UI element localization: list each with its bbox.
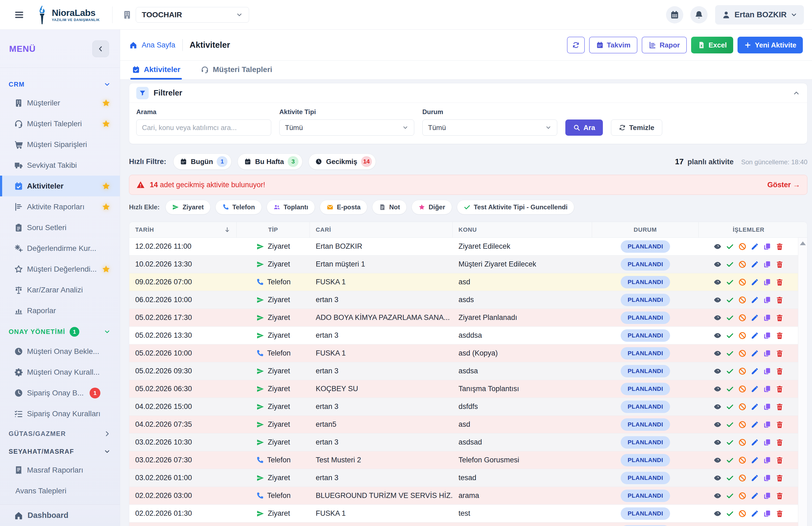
cancel-icon[interactable] <box>738 367 746 375</box>
table-row[interactable]: 02.02.2026 03:00TelefonBLUEGROUND TURİZM… <box>129 487 798 505</box>
delete-icon[interactable] <box>775 278 784 286</box>
delete-icon[interactable] <box>775 332 784 340</box>
clear-button[interactable]: Temizle <box>611 119 662 136</box>
cancel-icon[interactable] <box>738 438 746 447</box>
refresh-button[interactable] <box>567 37 585 54</box>
yeni-aktivite-button[interactable]: Yeni Aktivite <box>738 37 803 54</box>
cancel-icon[interactable] <box>738 421 746 429</box>
edit-icon[interactable] <box>751 349 759 357</box>
cancel-icon[interactable] <box>738 243 746 251</box>
edit-icon[interactable] <box>751 492 759 500</box>
sidebar-section-header[interactable]: GÜTAS/GAZMER <box>0 424 120 442</box>
table-row[interactable]: 02.02.2026 01:30ZiyaretFUSKA 1testPLANLA… <box>129 505 798 523</box>
complete-icon[interactable] <box>726 296 734 304</box>
view-icon[interactable] <box>713 421 722 429</box>
status-select[interactable]: Tümü <box>422 119 557 136</box>
tab-musteri-talepleri[interactable]: Müşteri Talepleri <box>199 65 274 79</box>
delete-icon[interactable] <box>775 314 784 322</box>
view-icon[interactable] <box>713 332 722 340</box>
copy-icon[interactable] <box>763 349 771 357</box>
view-icon[interactable] <box>713 278 722 286</box>
view-icon[interactable] <box>713 367 722 375</box>
copy-icon[interactable] <box>763 260 771 268</box>
sidebar-item[interactable]: Müşteriler <box>0 92 120 113</box>
sidebar-item[interactable]: Masraf Raporları <box>0 459 120 480</box>
complete-icon[interactable] <box>726 385 734 393</box>
cancel-icon[interactable] <box>738 314 746 322</box>
sidebar-section-header[interactable]: ONAY YÖNETİMİ1 <box>0 321 120 341</box>
quick-add-chip[interactable]: Test Aktivite Tipi - Guncellendi <box>457 200 575 215</box>
search-button[interactable]: Ara <box>565 119 603 136</box>
complete-icon[interactable] <box>726 492 734 500</box>
cancel-icon[interactable] <box>738 385 746 393</box>
cancel-icon[interactable] <box>738 260 746 268</box>
copy-icon[interactable] <box>763 492 771 500</box>
hamburger-menu-icon[interactable] <box>13 10 25 20</box>
view-icon[interactable] <box>713 314 722 322</box>
edit-icon[interactable] <box>751 510 759 517</box>
quick-add-chip[interactable]: Diğer <box>411 200 452 215</box>
notifications-button[interactable] <box>690 6 708 24</box>
sidebar-item[interactable]: Sipariş Onay Kuralları <box>0 403 120 424</box>
sidebar-collapse-button[interactable] <box>92 41 109 57</box>
sidebar-item[interactable]: Müşteri Talepleri <box>0 113 120 134</box>
show-overdue-link[interactable]: Göster → <box>767 181 800 189</box>
cancel-icon[interactable] <box>738 349 746 357</box>
sidebar-item[interactable]: Aktiviteler <box>0 176 120 196</box>
sidebar-item[interactable]: Müşteri Onay Kurall... <box>0 362 120 382</box>
complete-icon[interactable] <box>726 456 734 464</box>
table-row[interactable]: 03.02.2026 01:00Ziyaretertan 3tesadPLANL… <box>129 469 798 487</box>
column-header-tip[interactable]: TİP <box>237 222 310 237</box>
table-row[interactable]: 05.02.2026 09:30Ziyaretertan 3asdsaPLANL… <box>129 362 798 380</box>
delete-icon[interactable] <box>775 421 784 429</box>
complete-icon[interactable] <box>726 510 734 517</box>
table-row[interactable]: 12.02.2026 11:00ZiyaretErtan BOZKIRZiyar… <box>129 238 798 255</box>
sidebar-item[interactable]: Raporlar <box>0 300 120 321</box>
copy-icon[interactable] <box>763 296 771 304</box>
copy-icon[interactable] <box>763 474 771 482</box>
delete-icon[interactable] <box>775 349 784 357</box>
table-row[interactable]: 05.02.2026 10:00TelefonFUSKA 1asd (Kopya… <box>129 345 798 362</box>
column-header-tarih[interactable]: TARİH <box>129 222 237 237</box>
calendar-button[interactable] <box>666 6 683 24</box>
view-icon[interactable] <box>713 456 722 464</box>
cancel-icon[interactable] <box>738 403 746 411</box>
column-header-cari[interactable]: CARİ <box>310 222 452 237</box>
delete-icon[interactable] <box>775 403 784 411</box>
table-row[interactable]: 05.02.2026 13:30Ziyaretertan 3asddsaPLAN… <box>129 327 798 345</box>
copy-icon[interactable] <box>763 385 771 393</box>
tab-aktiviteler[interactable]: Aktiviteler <box>130 65 182 79</box>
sidebar-item[interactable]: Müşteri Siparişleri <box>0 134 120 155</box>
edit-icon[interactable] <box>751 296 759 304</box>
user-menu[interactable]: Ertan BOZKIR <box>715 5 804 25</box>
view-icon[interactable] <box>713 385 722 393</box>
table-row[interactable]: 03.02.2026 07:30TelefonTest Musteri 2Tel… <box>129 451 798 469</box>
copy-icon[interactable] <box>763 421 771 429</box>
view-icon[interactable] <box>713 260 722 268</box>
edit-icon[interactable] <box>751 314 759 322</box>
rapor-button[interactable]: Rapor <box>642 37 687 54</box>
complete-icon[interactable] <box>726 403 734 411</box>
cancel-icon[interactable] <box>738 332 746 340</box>
table-row[interactable]: 09.02.2026 07:00TelefonFUSKA 1asdPLANLAN… <box>129 273 798 291</box>
chevron-up-icon[interactable] <box>793 89 800 97</box>
copy-icon[interactable] <box>763 456 771 464</box>
quick-add-chip[interactable]: Toplantı <box>266 200 315 215</box>
delete-icon[interactable] <box>775 385 784 393</box>
copy-icon[interactable] <box>763 243 771 251</box>
cancel-icon[interactable] <box>738 510 746 517</box>
table-row[interactable]: 10.02.2026 13:30ZiyaretErtan müşteri 1Mü… <box>129 255 798 273</box>
view-icon[interactable] <box>713 243 722 251</box>
edit-icon[interactable] <box>751 385 759 393</box>
cancel-icon[interactable] <box>738 278 746 286</box>
sidebar-item[interactable]: Sipariş Onay B...1 <box>0 382 120 403</box>
complete-icon[interactable] <box>726 314 734 322</box>
view-icon[interactable] <box>713 510 722 517</box>
complete-icon[interactable] <box>726 278 734 286</box>
copy-icon[interactable] <box>763 438 771 447</box>
excel-button[interactable]: Excel <box>691 37 733 54</box>
cancel-icon[interactable] <box>738 492 746 500</box>
company-selector[interactable]: TOOCHAIR <box>136 7 249 23</box>
table-row[interactable]: 05.02.2026 06:30ZiyaretKOÇBEY SUTanışma … <box>129 380 798 398</box>
quick-filter-chip[interactable]: Bugün1 <box>173 154 232 170</box>
